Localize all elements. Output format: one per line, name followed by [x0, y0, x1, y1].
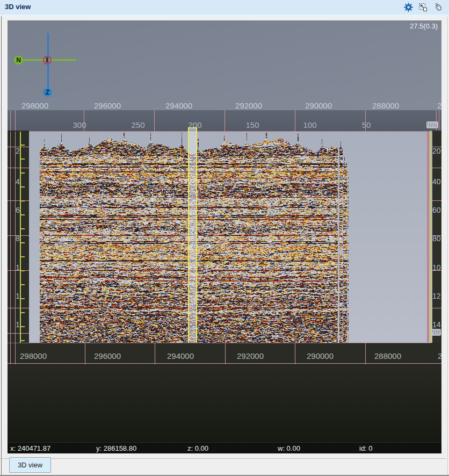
grid-line [8, 200, 29, 201]
inline-number-label: 100 [294, 120, 326, 129]
grid-line [8, 363, 441, 364]
grid-line [10, 343, 11, 364]
top-coordinate-label: 294000 [160, 101, 198, 110]
grid-line [155, 343, 155, 364]
grid-line [225, 110, 225, 132]
top-coordinate-label: 298000 [16, 101, 54, 110]
axis-origin-marker [43, 56, 52, 64]
bottom-coordinate-label: 296000 [86, 351, 129, 360]
bottom-coordinate-label: 298000 [12, 351, 55, 360]
status-x: x: 240471.87 [10, 444, 50, 452]
tabbar-divider [0, 458, 446, 459]
inline-number-label: 250 [122, 120, 154, 129]
left-depth-label: 2 [16, 147, 20, 155]
grid-line [15, 132, 16, 364]
left-depth-axis-strip [8, 131, 29, 364]
right-depth-label: 80 [432, 234, 441, 242]
left-depth-label: 1 [16, 292, 20, 300]
pointer-select-icon[interactable] [418, 2, 429, 12]
viewport-3d-scene[interactable]: N Z 27.5(0.3) 298000 296000 294000 29200… [8, 20, 441, 453]
grid-line [432, 168, 441, 168]
grid-line [432, 308, 441, 308]
grid-line [8, 168, 29, 168]
tab-3d-view[interactable]: 3D view [9, 457, 51, 473]
3d-view-panel: 3D view [0, 0, 449, 476]
left-depth-label: 1 [16, 263, 20, 271]
crossline-plane-edge [427, 132, 429, 342]
titlebar-accent-strip [0, 15, 449, 17]
grid-line [10, 132, 11, 364]
panel-title: 3D view [5, 3, 31, 11]
top-coordinate-label: 290000 [300, 101, 337, 110]
grid-line [154, 110, 155, 132]
panel-border-left [1, 16, 2, 475]
north-axis-badge: N [14, 56, 23, 64]
left-depth-label: 8 [16, 234, 20, 242]
panel-border-right [447, 16, 448, 475]
grid-line [365, 110, 366, 132]
left-depth-label: 6 [16, 206, 20, 214]
bottom-coordinate-label: 288000 [366, 351, 409, 360]
inline-number-label: 150 [236, 120, 269, 129]
selected-section-highlight[interactable] [188, 127, 197, 345]
top-coordinate-label: 288000 [367, 101, 404, 110]
bottom-coordinate-label: 292000 [229, 351, 272, 360]
scene-floor-area [8, 364, 441, 443]
left-depth-label: 1 [16, 320, 20, 328]
grid-line [84, 110, 84, 132]
grid-line [15, 110, 16, 132]
grid-line [8, 333, 29, 334]
bottom-coordinate-label: 294000 [159, 351, 202, 360]
grid-line [295, 110, 295, 132]
inline-number-label: 300 [63, 120, 96, 129]
grid-line [432, 200, 441, 201]
top-coordinate-label: 296000 [89, 101, 126, 110]
grid-line [85, 343, 85, 364]
garbled-label [431, 329, 441, 336]
status-w: w: 0.00 [278, 444, 300, 452]
right-depth-label: 20 [432, 147, 441, 155]
grid-line [10, 110, 11, 132]
grid-line [225, 343, 226, 364]
status-z: z: 0.00 [187, 444, 208, 452]
top-coordinate-label: 292000 [230, 101, 267, 110]
right-depth-label: 14 [432, 320, 441, 328]
settings-gear-icon[interactable] [403, 2, 414, 12]
inline-number-label: 50 [350, 120, 382, 129]
status-id: id: 0 [359, 444, 373, 452]
right-depth-label: 60 [432, 206, 441, 214]
top-coordinate-label-clipped: 2 [437, 101, 441, 110]
grid-line [8, 308, 29, 308]
position-status-bar: x: 240471.87 y: 286158.80 z: 0.00 w: 0.0… [8, 442, 441, 453]
depth-scale-ticks-left [21, 132, 25, 352]
grid-line [8, 343, 431, 343]
z-axis-badge: Z [43, 88, 52, 97]
right-depth-label: 40 [432, 177, 441, 185]
mouse-controls-icon[interactable] [433, 2, 444, 12]
left-depth-label: 4 [16, 177, 20, 185]
panel-titlebar: 3D view [0, 0, 449, 15]
bottom-coordinate-label-clipped: 2 [438, 351, 441, 360]
grid-line [365, 343, 366, 364]
right-depth-label: 10 [432, 263, 441, 271]
scale-indicator: 27.5(0.3) [410, 22, 438, 30]
bottom-coordinate-label: 290000 [299, 351, 342, 360]
status-y: y: 286158.80 [96, 444, 136, 452]
grid-line [295, 343, 295, 364]
titlebar-icon-group [403, 2, 444, 12]
right-depth-label: 12 [432, 292, 441, 300]
